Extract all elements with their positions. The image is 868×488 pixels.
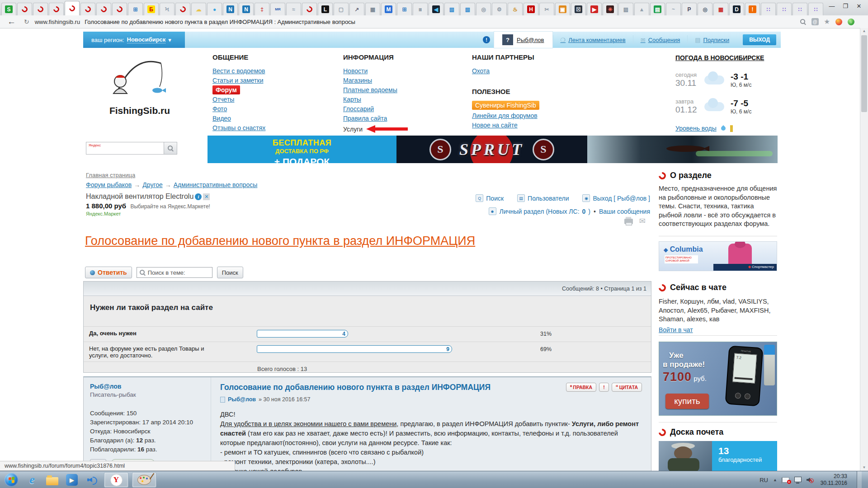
topic-title[interactable]: Голосование по добавлению нового пункта … xyxy=(85,234,475,248)
nav-item-tackle-reviews[interactable]: Отзывы о снастях xyxy=(212,125,265,131)
breadcrumb-home-link[interactable]: Главная страница xyxy=(86,172,135,178)
browser-tab[interactable]: ‡ xyxy=(255,3,269,15)
topic-search-button[interactable]: Поиск xyxy=(217,267,243,278)
browser-tab[interactable]: D xyxy=(729,3,744,15)
region-selector[interactable]: ваш регион: Новосибирск ▾ xyxy=(83,32,185,48)
post-author-link[interactable]: Рыб@лов xyxy=(90,383,121,390)
browser-tab[interactable]: ◎ xyxy=(698,3,712,15)
hidden-icons-arrow[interactable]: ▲ xyxy=(773,478,777,482)
browser-tab[interactable]: ∷ xyxy=(793,3,807,15)
browser-tab[interactable]: ◎ xyxy=(476,3,491,15)
forum-search-link[interactable]: QПоиск xyxy=(476,194,504,202)
browser-tab[interactable]: M xyxy=(381,3,396,15)
browser-tab[interactable]: ✳ xyxy=(603,3,618,15)
nav-item-paid-waters[interactable]: Платные водоемы xyxy=(343,87,397,93)
enter-chat-link[interactable]: Войти в чат xyxy=(659,326,693,333)
browser-tab[interactable] xyxy=(112,3,127,15)
browser-tab[interactable]: ! xyxy=(745,3,760,15)
start-button[interactable] xyxy=(5,473,18,487)
browser-tab[interactable]: ∷ xyxy=(761,3,776,15)
browser-tab[interactable] xyxy=(17,3,32,15)
yandex-search-box[interactable]: Яндекс xyxy=(86,142,177,155)
taskbar-clock[interactable]: 20:33 30.11.2016 xyxy=(819,473,847,487)
print-icon[interactable] xyxy=(624,219,633,224)
nav-item-articles[interactable]: Статьи и заметки xyxy=(212,78,263,84)
browser-tab[interactable]: ▢ xyxy=(334,3,349,15)
nav-item-forum-active[interactable]: Форум xyxy=(212,85,240,94)
sprut-banner[interactable]: S SPRUT S xyxy=(396,136,587,163)
weather-title-link[interactable]: ПОГОДА В НОВОСИБИРСКЕ xyxy=(675,54,778,61)
browser-tab[interactable]: Ϟ xyxy=(160,3,175,15)
browser-tab[interactable]: S xyxy=(1,3,16,15)
forum-users-link[interactable]: ▤Пользователи xyxy=(517,194,569,202)
browser-tab[interactable]: P xyxy=(682,3,697,15)
honor-board-card[interactable]: 13 благодарностей xyxy=(659,441,777,471)
search-icon[interactable] xyxy=(800,19,806,25)
browser-tab[interactable]: ∷ xyxy=(808,3,823,15)
nav-item-news[interactable]: Новости xyxy=(343,68,368,74)
browser-tab[interactable]: ⊞ xyxy=(397,3,412,15)
browser-tab[interactable]: ✂ xyxy=(539,3,554,15)
muted-speaker-icon[interactable] xyxy=(807,477,814,483)
nav-item-shops[interactable]: Магазины xyxy=(343,78,372,84)
browser-tab[interactable] xyxy=(302,3,317,15)
browser-tab[interactable]: H xyxy=(524,3,538,15)
yandex-ad-block[interactable]: Накладной вентилятор Electrolu i ✕ 1 880… xyxy=(86,192,210,216)
breadcrumb-other-link[interactable]: Другое xyxy=(142,181,162,188)
maximize-button[interactable]: ❐ xyxy=(839,1,852,10)
language-indicator[interactable]: RU xyxy=(760,477,768,483)
messages-link[interactable]: ✉Сообщения xyxy=(633,35,687,44)
search-submit-button[interactable] xyxy=(164,142,177,154)
extension-icon[interactable]: @ xyxy=(811,18,819,25)
nav-item-forum-rulers[interactable]: Линейки для форумов xyxy=(472,113,538,119)
scrollbar-thumb[interactable] xyxy=(861,35,867,112)
logout-button[interactable]: ВЫХОД xyxy=(743,34,776,45)
zen-icon[interactable] xyxy=(835,19,842,25)
browser-tab[interactable]: ▣ xyxy=(555,3,570,15)
browser-tab[interactable]: ♨ xyxy=(508,3,523,15)
fishfinder-ad-banner[interactable]: Уже в продаже! 7100 руб. ПРАКТИК 7.2 куп… xyxy=(659,342,777,416)
media-player-button[interactable]: ▶ xyxy=(64,472,80,488)
ad-close-icon[interactable]: ✕ xyxy=(203,193,210,200)
browser-tab[interactable]: ☁ xyxy=(191,3,206,15)
reply-button[interactable]: Ответить xyxy=(85,267,132,278)
nav-item-hunting[interactable]: Охота xyxy=(472,68,490,74)
ad-title[interactable]: Накладной вентилятор Electrolu xyxy=(86,192,193,201)
edit-button[interactable]: *ПРАВКА xyxy=(566,383,596,392)
browser-tab[interactable]: ▦ xyxy=(713,3,728,15)
scroll-down-arrow[interactable]: ▼ xyxy=(860,465,868,471)
breadcrumb-forum-link[interactable]: Форум рыбаков xyxy=(86,181,132,188)
browser-tab[interactable]: MR xyxy=(270,3,285,15)
browser-tab[interactable]: ▤ xyxy=(650,3,665,15)
reload-button[interactable]: ↻ xyxy=(22,18,35,25)
show-desktop-button[interactable] xyxy=(857,471,862,488)
nav-item-services[interactable]: Услуги xyxy=(343,126,363,133)
browser-tab[interactable]: ≈ xyxy=(286,3,301,15)
region-value[interactable]: Новосибирск xyxy=(127,36,166,43)
network-icon[interactable] xyxy=(794,477,802,482)
report-button[interactable]: ! xyxy=(599,383,609,392)
nav-item-vesti[interactable]: Вести с водоемов xyxy=(212,68,265,74)
browser-tab[interactable]: ☒ xyxy=(571,3,586,15)
browser-tab[interactable]: ▲ xyxy=(634,3,649,15)
volume-mixer-button[interactable] xyxy=(84,472,99,488)
personal-section-link[interactable]: Личный раздел (Новых ЛС: 0) xyxy=(500,208,591,215)
nav-item-photo[interactable]: Фото xyxy=(212,106,227,112)
browser-tab[interactable]: ● xyxy=(207,3,222,15)
email-icon[interactable]: ✉ xyxy=(639,216,646,226)
browser-tab[interactable] xyxy=(49,3,64,15)
underwater-fish-banner[interactable] xyxy=(587,136,778,163)
yandex-browser-taskbar-button[interactable]: Y xyxy=(104,472,128,488)
browser-tab[interactable]: ▧ xyxy=(460,3,475,15)
columbia-ad-banner[interactable]: ◆ Columbia ПРОТЕСТИРОВАНО СУРОВОЙ ЗИМОЙ … xyxy=(659,241,777,271)
browser-tab[interactable] xyxy=(33,3,48,15)
nav-item-glossary[interactable]: Глоссарий xyxy=(343,106,374,112)
scroll-up-arrow[interactable]: ▲ xyxy=(860,28,868,34)
subscriptions-link[interactable]: ▤Подписки xyxy=(687,35,736,44)
browser-tab[interactable]: ||| xyxy=(413,3,428,15)
byline-author-link[interactable]: Рыб@лов xyxy=(228,396,256,403)
ad-info-icon[interactable]: i xyxy=(195,193,202,200)
browser-tab[interactable] xyxy=(65,1,80,15)
browser-tab[interactable]: N xyxy=(239,3,254,15)
user-chip[interactable]: ? Рыб@лов xyxy=(494,31,553,48)
